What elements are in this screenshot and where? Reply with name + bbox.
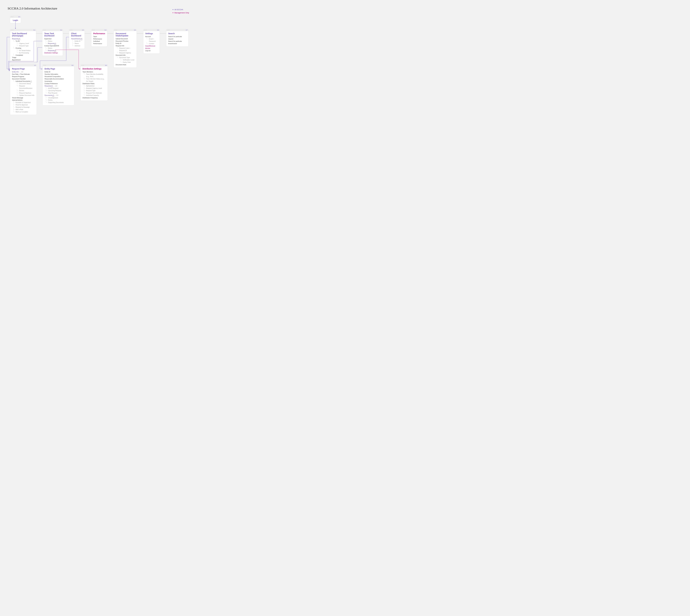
card-id: 0.4 xyxy=(104,29,106,31)
card-header: 0.4 xyxy=(91,29,107,31)
card-team-dashboard: 0.2 Team Task Dashboard Supervisor Statu… xyxy=(42,29,63,56)
card-task-dashboard: 0.1 Task Dashboard (Homepage) Requests T… xyxy=(10,29,36,63)
item-req-doc: Request Document/Revision xyxy=(12,85,35,89)
item-requests2[interactable]: Requests xyxy=(44,49,61,52)
card-header: 3.0 xyxy=(81,64,108,66)
card-title: Docuement Intake/Update xyxy=(116,32,135,37)
page-title: SCCHA 2.0 Information Architecture xyxy=(7,7,57,10)
item-distribution-settings[interactable]: Distribution Settings xyxy=(44,52,61,54)
card-title: Search xyxy=(168,32,186,35)
item-supporting: Supporting Documents xyxy=(45,101,72,104)
item-triage: Triage xyxy=(12,57,34,59)
item-update-doc: Update Document Info xyxy=(12,94,35,96)
item-documents[interactable]: Documents→0.5 xyxy=(45,94,72,96)
card-header: 0.2 xyxy=(42,29,63,31)
card-distribution-settings: 3.0 Distribution Settings Team Members T… xyxy=(81,64,108,101)
card-request-page: 1.0 Request Page Entity Info→2.0 Due Dat… xyxy=(10,64,37,115)
item-grant-access[interactable]: Grant/Remove Access xyxy=(145,45,158,49)
link-icon xyxy=(53,95,54,96)
item-pending: Pending xyxy=(12,47,34,49)
item-add-note: Add a Note xyxy=(12,108,35,111)
item-upcoming: Upcoming Request xyxy=(45,89,72,92)
card-id: 0.6 xyxy=(157,29,159,31)
item-internal: Internal Actions xyxy=(12,99,35,101)
card-id: 3.0 xyxy=(105,64,107,66)
item-appointment: Appointment xyxy=(12,59,34,61)
item-requests[interactable]: Requests xyxy=(44,42,61,45)
link-icon xyxy=(19,38,20,39)
item-past: Past Request xyxy=(45,92,72,94)
item-increments: Increments xyxy=(45,80,72,83)
item-request-urgency: Request Urgency xyxy=(116,52,135,54)
card-id: 0.0 xyxy=(18,16,20,18)
card-id: 0.1 xyxy=(34,29,35,31)
item-tenant-msg: Tenant Message xyxy=(12,97,35,99)
legend-mgmt: Management Only xyxy=(173,12,189,14)
item-preview: Document Preview xyxy=(116,40,135,42)
card-performance: 0.4 Performance Team Performance Individ… xyxy=(91,29,107,47)
item-requests[interactable]: Requests xyxy=(12,38,34,40)
card-title: Team Task Dashboard xyxy=(44,32,61,37)
item-individual-docs: Individual Documents xyxy=(12,80,35,83)
item-requests[interactable]: Requests→1.0 xyxy=(45,85,72,87)
item-search-request: Search for particular request xyxy=(168,36,186,40)
item-verification: Verification Level xyxy=(116,59,135,61)
item-contact: Contact xyxy=(145,42,158,45)
card-title: Task Dashboard (Homepage) xyxy=(12,32,34,37)
card-settings: 0.6 Settings Account Email + Password Co… xyxy=(143,29,160,53)
card-id: 2.0 xyxy=(71,64,73,66)
card-id: 0.5 xyxy=(134,29,136,31)
card-title: Client Dashboard xyxy=(71,32,83,37)
card-title: Settings xyxy=(145,32,158,35)
item-request-type: Request Type xyxy=(12,45,34,47)
card-header: 0.7 xyxy=(166,29,188,31)
item-capacity: Individual Capacity xyxy=(83,94,106,96)
card-client-dashboard: 0.3 Client Dashboard Tenant/Owner Entity… xyxy=(69,29,85,49)
item-voucher: Voucher Information xyxy=(45,73,72,75)
item-frequency: Distribution Frequency xyxy=(83,97,106,99)
card-header: 2.0 xyxy=(43,64,74,66)
card-header: 1.0 xyxy=(10,64,37,66)
card-id: 1.0 xyxy=(34,64,36,66)
item-logout: Log out xyxy=(145,49,158,52)
item-checklist: Document Checklist xyxy=(12,78,35,80)
link-icon xyxy=(51,86,53,87)
card-title: Entity Page xyxy=(45,68,72,70)
card-title: Login xyxy=(12,19,19,21)
legend-all: All SCCHA xyxy=(173,8,189,10)
item-rules: Distribution Rules xyxy=(83,83,106,85)
card-header: 0.6 xyxy=(143,29,160,31)
item-upload: Upload Document xyxy=(116,38,135,40)
link-icon xyxy=(81,38,82,39)
card-search: 0.7 Search Search for particular request… xyxy=(166,29,189,47)
item-req-sig: Request Signiture xyxy=(12,92,35,94)
item-for-tenant: for Tenant Action xyxy=(12,49,34,52)
card-header: 0.0 xyxy=(10,16,21,18)
item-address: Address xyxy=(71,45,83,47)
item-entity-info[interactable]: Entity Info→2.0 xyxy=(12,71,35,73)
card-id: 0.7 xyxy=(186,29,188,31)
item-mark-complete: Mark as Complete xyxy=(12,111,35,113)
item-urgency: Request Urgency Level xyxy=(83,87,106,89)
link-icon xyxy=(30,81,32,82)
item-entity-id: Entity ID xyxy=(45,71,72,73)
item-request-code: Request Code + Request ID xyxy=(116,47,135,52)
card-title: Distribution Settings xyxy=(83,68,106,70)
item-uncat: Uncategorized xyxy=(45,97,72,99)
link-icon xyxy=(55,43,56,44)
card-id: 0.3 xyxy=(82,29,84,31)
item-time-est: Request Time Estimate xyxy=(83,92,106,94)
dot-icon xyxy=(173,9,173,10)
item-pend: Pend for Approval xyxy=(12,104,35,106)
card-id: 0.2 xyxy=(60,29,62,31)
item-accom: Reasonable Accommodation xyxy=(45,78,72,80)
card-title: Performance xyxy=(93,32,105,35)
card-entity-page: 2.0 Entity Page Entity ID Voucher Inform… xyxy=(42,64,74,106)
item-document-note: Document Note xyxy=(116,64,135,66)
item-reassign: Request to Reassign xyxy=(12,106,35,108)
item-doc-status: Document Status xyxy=(12,83,35,85)
item-team-members: Team Members xyxy=(83,71,106,73)
item-search-tenant: Search for particular tenant/owner xyxy=(168,40,186,45)
card-header: 0.1 xyxy=(10,29,36,31)
item-urgency: Urgency Level xyxy=(12,42,34,45)
